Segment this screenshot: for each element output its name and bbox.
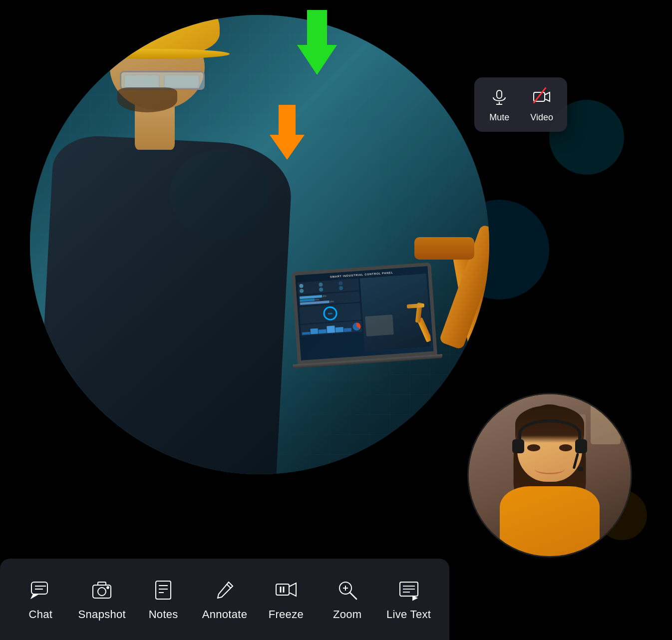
livetext-label: Live Text: [386, 608, 431, 621]
mute-button[interactable]: Mute: [488, 86, 510, 123]
svg-marker-2: [270, 105, 305, 160]
svg-rect-9: [31, 582, 47, 594]
annotate-label: Annotate: [202, 608, 247, 621]
mute-icon: [488, 86, 510, 108]
svg-marker-7: [545, 92, 550, 101]
green-arrow: [297, 10, 337, 77]
svg-rect-21: [276, 584, 289, 595]
svg-rect-3: [497, 90, 502, 98]
livetext-icon: [397, 578, 421, 602]
bottom-toolbar: Chat Snapshot No: [0, 559, 449, 640]
toolbar-item-zoom[interactable]: Zoom: [317, 573, 378, 626]
toolbar-item-annotate[interactable]: Annotate: [194, 573, 256, 626]
svg-rect-16: [156, 581, 171, 599]
video-label: Video: [530, 112, 553, 123]
svg-marker-12: [31, 594, 38, 598]
snapshot-icon: [90, 578, 114, 602]
freeze-icon: [274, 578, 298, 602]
orange-arrow: [270, 105, 305, 162]
toolbar-item-notes[interactable]: Notes: [133, 573, 194, 626]
toolbar-item-chat[interactable]: Chat: [10, 573, 71, 626]
svg-line-26: [350, 593, 356, 599]
video-icon: [531, 86, 553, 108]
svg-marker-22: [289, 583, 296, 596]
svg-point-14: [98, 588, 106, 596]
zoom-label: Zoom: [333, 608, 361, 621]
toolbar-item-livetext[interactable]: Live Text: [378, 573, 439, 626]
toolbar-item-freeze[interactable]: Freeze: [255, 573, 317, 626]
svg-marker-1: [297, 10, 337, 75]
main-video-circle: SMART INDUSTRIAL CONTROL PANEL: [30, 15, 489, 474]
chat-label: Chat: [29, 608, 53, 621]
toolbar-item-snapshot[interactable]: Snapshot: [71, 573, 133, 626]
person-video-circle: [467, 393, 632, 558]
svg-point-15: [107, 587, 109, 589]
zoom-icon: [336, 578, 359, 602]
mute-label: Mute: [489, 112, 509, 123]
snapshot-label: Snapshot: [78, 608, 126, 621]
controls-popup: Mute Video: [474, 77, 567, 132]
freeze-label: Freeze: [269, 608, 304, 621]
chat-icon: [28, 578, 52, 602]
notes-icon: [151, 578, 175, 602]
annotate-icon: [213, 578, 237, 602]
video-button[interactable]: Video: [530, 86, 553, 123]
svg-rect-6: [534, 92, 545, 101]
notes-label: Notes: [149, 608, 178, 621]
svg-line-20: [227, 584, 231, 588]
gauge-value: 90%: [328, 312, 333, 315]
